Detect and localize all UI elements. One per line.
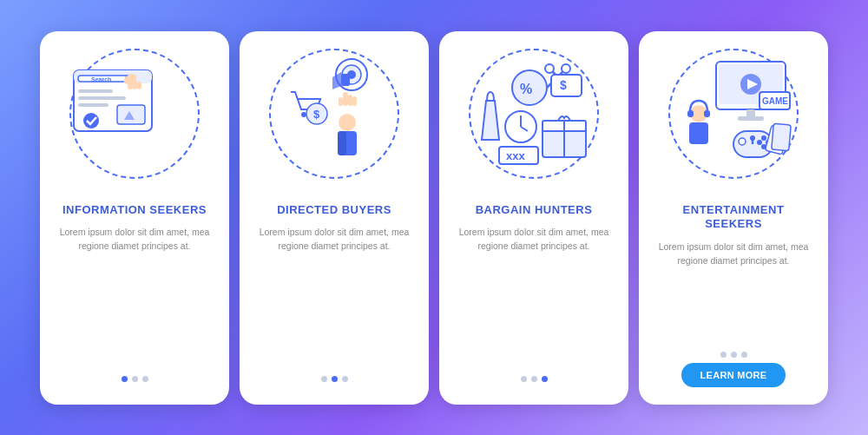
dot-1-3: [142, 376, 148, 382]
svg-text:$: $: [560, 78, 567, 92]
svg-point-21: [339, 114, 356, 131]
svg-rect-55: [738, 116, 764, 121]
svg-text:Search: Search: [91, 76, 111, 82]
card-3-title: BARGAIN HUNTERS: [462, 196, 607, 223]
svg-point-58: [761, 135, 766, 141]
svg-rect-6: [78, 89, 113, 93]
illustration-svg-2: $: [265, 44, 404, 183]
card-3-text: Lorem ipsum dolor sit dim amet, mea regi…: [439, 222, 628, 368]
svg-point-37: [562, 64, 570, 73]
svg-rect-13: [128, 77, 133, 89]
svg-text:xxx: xxx: [506, 149, 525, 162]
svg-rect-65: [689, 122, 708, 144]
dot-4-3: [741, 352, 747, 358]
svg-text:%: %: [520, 82, 532, 96]
card-2-text: Lorem ipsum dolor sit dim amet, mea regi…: [240, 222, 429, 368]
card-4-dots: [720, 352, 747, 358]
card-1-dots: [122, 376, 148, 382]
card-directed-buyers: $ DIRECTED BUYERS Lorem ipsum dolor sit …: [240, 31, 429, 405]
svg-rect-30: [352, 96, 357, 106]
svg-point-63: [750, 135, 755, 141]
dot-1-1: [122, 376, 128, 382]
svg-rect-28: [343, 92, 348, 106]
learn-more-button[interactable]: LEARN MORE: [681, 363, 786, 387]
svg-marker-19: [332, 72, 341, 89]
svg-point-24: [301, 112, 306, 117]
svg-rect-8: [78, 103, 108, 107]
card-entertainment-seekers: GAME: [639, 31, 828, 405]
card-2-illustration: $: [240, 31, 429, 196]
card-1-illustration: Search: [40, 31, 229, 196]
dot-3-2: [531, 376, 537, 382]
svg-text:GAME: GAME: [762, 96, 788, 106]
card-1-title: INFORMATION SEEKERS: [49, 196, 220, 223]
dot-4-1: [720, 352, 727, 358]
card-1-text: Lorem ipsum dolor sit dim amet, mea regi…: [40, 222, 229, 368]
card-2-dots: [321, 376, 348, 382]
dot-2-3: [342, 376, 348, 382]
svg-rect-31: [339, 97, 343, 106]
card-information-seekers: Search: [40, 31, 229, 405]
svg-point-61: [757, 140, 762, 145]
svg-rect-20: [341, 74, 350, 86]
svg-rect-69: [772, 123, 792, 151]
card-4-illustration: GAME: [639, 31, 828, 196]
cards-container: Search: [23, 14, 845, 422]
svg-text:$: $: [313, 108, 320, 121]
card-bargain-hunters: %: [439, 31, 628, 405]
svg-point-57: [739, 138, 746, 145]
dot-3-1: [521, 376, 527, 382]
svg-rect-67: [704, 110, 710, 117]
svg-point-9: [83, 113, 99, 129]
svg-rect-29: [348, 95, 352, 106]
dot-2-2: [332, 376, 338, 382]
svg-rect-7: [78, 96, 126, 100]
illustration-svg-1: Search: [65, 44, 204, 183]
dot-1-2: [132, 376, 138, 382]
card-3-dots: [521, 376, 548, 382]
svg-rect-15: [137, 82, 141, 89]
card-3-illustration: %: [439, 31, 628, 196]
dot-3-3: [542, 376, 548, 382]
svg-rect-14: [133, 80, 137, 89]
svg-point-36: [545, 64, 554, 73]
svg-rect-66: [687, 110, 694, 117]
card-4-text: Lorem ipsum dolor sit dim amet, mea regi…: [639, 237, 828, 344]
dot-2-1: [321, 376, 327, 382]
svg-rect-23: [338, 131, 346, 155]
illustration-svg-4: GAME: [664, 44, 803, 183]
illustration-svg-3: %: [464, 44, 603, 183]
dot-4-2: [731, 352, 737, 358]
card-4-title: ENTERTAINMENTSEEKERS: [669, 196, 799, 238]
card-2-title: DIRECTED BUYERS: [263, 196, 405, 223]
